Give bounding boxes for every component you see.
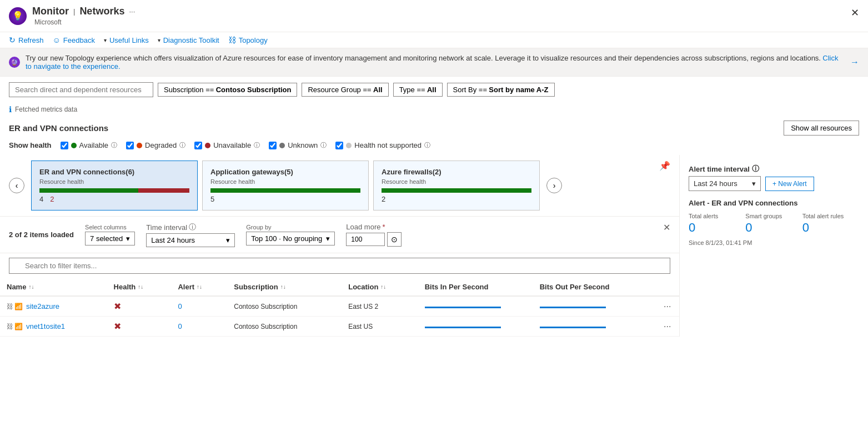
sort-health-icon[interactable]: ↑↓ xyxy=(138,284,143,290)
time-interval-info-icon[interactable]: ⓘ xyxy=(189,222,196,232)
items-loaded: 2 of 2 items loaded xyxy=(9,230,74,239)
row-name-link[interactable]: vnet1tosite1 xyxy=(26,322,65,330)
total-alerts-value[interactable]: 0 xyxy=(689,220,745,235)
type-filter[interactable]: Type == All xyxy=(393,83,443,97)
diagnostic-toolkit-button[interactable]: ▾ Diagnostic Toolkit xyxy=(158,36,219,44)
row-icon-link: ⛓ xyxy=(7,323,13,330)
banner-arrow[interactable]: → xyxy=(850,57,859,67)
load-more-group: Load more * ⊙ xyxy=(346,223,402,247)
row-name-link[interactable]: site2azure xyxy=(26,302,59,310)
available-info-icon[interactable]: ⓘ xyxy=(111,141,117,149)
header-more-btn[interactable]: ··· xyxy=(129,7,135,16)
degraded-dot xyxy=(137,143,142,148)
table-header: Name↑↓ Health↑↓ Alert↑↓ Subscription↑↓ L… xyxy=(0,278,679,296)
table-search-input[interactable] xyxy=(9,258,670,274)
health-unavailable-checkbox[interactable] xyxy=(194,142,202,149)
card-count-green: 4 xyxy=(39,195,43,203)
health-degraded-checkbox[interactable] xyxy=(126,142,134,149)
next-card-button[interactable]: › xyxy=(546,178,562,193)
cards-area: 📌 ‹ ER and VPN connections(6) Resource h… xyxy=(0,155,679,216)
total-alert-rules-value[interactable]: 0 xyxy=(802,220,859,235)
chevron-down-icon-2: ▾ xyxy=(158,37,160,43)
info-text: Fetched metrics data xyxy=(15,106,77,113)
topology-icon: ⛓ xyxy=(228,36,236,44)
health-unavailable: Unavailable ⓘ xyxy=(194,141,260,149)
close-button[interactable]: ✕ xyxy=(851,7,859,19)
card-count-red: 2 xyxy=(50,195,54,203)
load-more-input[interactable] xyxy=(346,233,385,246)
subscription-filter[interactable]: Subscription == Contoso Subscription xyxy=(158,83,297,97)
alert-interval-info-icon[interactable]: ⓘ xyxy=(752,164,759,174)
card-counts: 2 xyxy=(382,195,531,203)
table-search-row: 🔍 xyxy=(0,253,679,278)
cell-location: East US xyxy=(342,317,418,337)
not-supported-info-icon[interactable]: ⓘ xyxy=(424,141,430,149)
time-interval-dropdown[interactable]: Last 24 hours ▾ xyxy=(146,233,235,247)
health-unknown-checkbox[interactable] xyxy=(269,142,277,149)
header-separator: | xyxy=(73,7,75,16)
time-interval-label: Time interval ⓘ xyxy=(146,222,235,232)
card-counts: 5 xyxy=(210,195,360,203)
health-available-label: Available xyxy=(79,141,109,149)
degraded-info-icon[interactable]: ⓘ xyxy=(179,141,185,149)
refresh-button[interactable]: ↻ Refresh xyxy=(9,36,44,44)
unavailable-dot xyxy=(205,143,210,148)
health-degraded-label: Degraded xyxy=(145,141,177,149)
resource-card-app_gateways[interactable]: Application gateways(5) Resource health … xyxy=(202,161,369,210)
unavailable-info-icon[interactable]: ⓘ xyxy=(254,141,260,149)
search-input[interactable] xyxy=(9,82,153,97)
prev-card-button[interactable]: ‹ xyxy=(9,178,24,193)
bottom-bar-close-button[interactable]: ✕ xyxy=(663,222,670,233)
filters-row: Subscription == Contoso Subscription Res… xyxy=(0,77,868,103)
alert-value[interactable]: 0 xyxy=(178,302,182,310)
show-all-resources-button[interactable]: Show all resources xyxy=(784,121,859,136)
card-subtitle: Resource health xyxy=(382,178,531,185)
card-bar-green xyxy=(382,188,531,193)
select-columns-dropdown[interactable]: 7 selected ▾ xyxy=(85,232,135,245)
row-more-button[interactable]: ··· xyxy=(664,322,671,332)
pin-icon[interactable]: 📌 xyxy=(659,161,670,171)
table-body: ⛓ 📶 site2azure ✖ 0 Contoso Subscription … xyxy=(0,296,679,337)
group-by-value: Top 100 · No grouping xyxy=(251,234,322,243)
cell-bits-out xyxy=(533,317,657,337)
col-subscription: Subscription↑↓ xyxy=(227,278,342,296)
card-bar-red xyxy=(138,188,189,193)
useful-links-label: Useful Links xyxy=(109,36,149,44)
resource-card-er_vpn[interactable]: ER and VPN connections(6) Resource healt… xyxy=(31,161,198,210)
load-go-button[interactable]: ⊙ xyxy=(387,232,402,247)
table-row: ⛓ 📶 vnet1tosite1 ✖ 0 Contoso Subscriptio… xyxy=(0,317,679,337)
sort-alert-icon[interactable]: ↑↓ xyxy=(197,284,202,290)
header-title-group: Monitor | Networks ··· Microsoft xyxy=(32,6,135,26)
health-not-supported: Health not supported ⓘ xyxy=(335,141,430,149)
time-interval-chevron: ▾ xyxy=(226,236,230,244)
total-alert-rules-stat: Total alert rules 0 xyxy=(802,213,859,235)
cell-name: ⛓ 📶 vnet1tosite1 xyxy=(0,317,107,337)
group-by-dropdown[interactable]: Top 100 · No grouping ▾ xyxy=(246,232,335,245)
health-unknown-label: Unknown xyxy=(288,141,318,149)
toolbar: ↻ Refresh ☺ Feedback ▾ Useful Links ▾ Di… xyxy=(0,32,868,48)
smart-groups-value[interactable]: 0 xyxy=(745,220,802,235)
sort-subscription-icon[interactable]: ↑↓ xyxy=(280,284,286,290)
health-not-supported-checkbox[interactable] xyxy=(335,142,343,149)
new-alert-button[interactable]: + New Alert xyxy=(765,177,814,191)
unknown-info-icon[interactable]: ⓘ xyxy=(320,141,327,149)
refresh-icon: ↻ xyxy=(9,36,16,44)
sort-name-icon[interactable]: ↑↓ xyxy=(28,284,34,290)
feedback-button[interactable]: ☺ Feedback xyxy=(53,36,95,44)
row-more-button[interactable]: ··· xyxy=(664,302,671,312)
time-interval-value: Last 24 hours xyxy=(151,236,195,244)
topology-button[interactable]: ⛓ Topology xyxy=(228,36,268,44)
feedback-icon: ☺ xyxy=(53,36,61,44)
resource-group-filter[interactable]: Resource Group == All xyxy=(302,83,388,97)
col-alert: Alert↑↓ xyxy=(171,278,227,296)
alert-value[interactable]: 0 xyxy=(178,322,182,330)
cell-bits-in xyxy=(418,317,533,337)
interval-select-dropdown[interactable]: Last 24 hours ▾ xyxy=(689,176,761,191)
sort-by-filter[interactable]: Sort By == Sort by name A-Z xyxy=(447,83,555,97)
health-available-checkbox[interactable] xyxy=(61,142,68,149)
feedback-label: Feedback xyxy=(63,36,95,44)
row-icon-network: 📶 xyxy=(14,303,23,310)
useful-links-button[interactable]: ▾ Useful Links xyxy=(104,36,149,44)
resource-card-azure_firewalls[interactable]: Azure firewalls(2) Resource health 2 xyxy=(373,161,540,210)
sort-location-icon[interactable]: ↑↓ xyxy=(380,284,386,290)
